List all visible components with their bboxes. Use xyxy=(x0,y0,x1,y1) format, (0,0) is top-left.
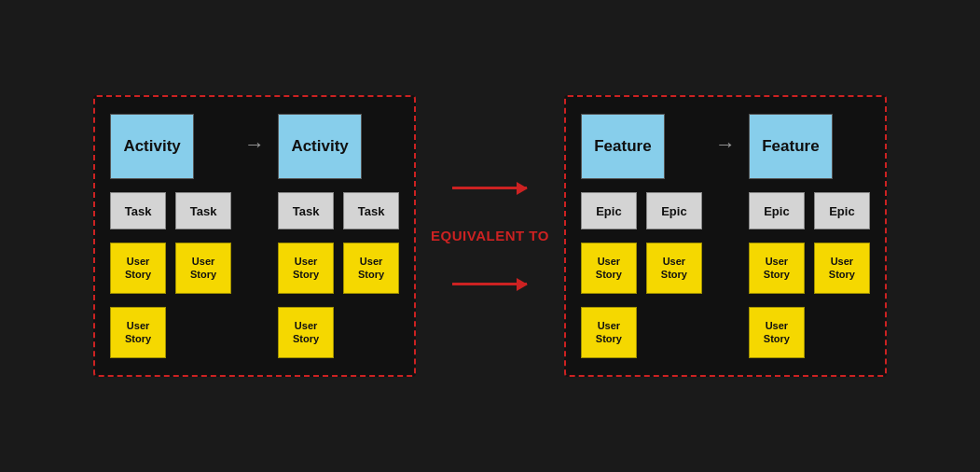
left-group2-col: Activity Task Task UserStory UserStory U… xyxy=(278,114,399,358)
activity-row: Activity Task Task UserStory UserStory U… xyxy=(110,114,399,358)
epic-box-2: Epic xyxy=(646,192,702,229)
feature-box-2: Feature xyxy=(749,114,833,179)
right-us-box-4: UserStory xyxy=(814,243,870,294)
left-diagram-box: Activity Task Task UserStory UserStory U… xyxy=(93,95,416,377)
right-group2-col: Feature Epic Epic UserStory UserStory Us… xyxy=(749,114,870,358)
epic-box-1: Epic xyxy=(581,192,637,229)
equivalent-label: EQUIVALENT TO xyxy=(431,227,549,245)
main-container: Activity Task Task UserStory UserStory U… xyxy=(0,0,980,472)
right-us-row-4: UserStory xyxy=(749,307,870,358)
us-row-1: UserStory UserStory xyxy=(110,243,231,294)
us-box-1: UserStory xyxy=(110,243,166,294)
right-us-box-2: UserStory xyxy=(646,243,702,294)
activity-box-1: Activity xyxy=(110,114,194,179)
bottom-arrow-row xyxy=(452,283,527,285)
task-box-3: Task xyxy=(278,192,334,229)
epic-row-2: Epic Epic xyxy=(749,192,870,229)
us-row-2: UserStory xyxy=(110,307,231,358)
us-box-3: UserStory xyxy=(278,243,334,294)
activity-box-2: Activity xyxy=(278,114,362,179)
top-arrow-line xyxy=(452,187,527,189)
right-us-row-2: UserStory xyxy=(581,307,702,358)
bottom-arrow-line xyxy=(452,283,527,285)
right-us-box-5: UserStory xyxy=(581,307,637,358)
epic-row-1: Epic Epic xyxy=(581,192,702,229)
us-row-4: UserStory xyxy=(278,307,399,358)
right-diagram-box: Feature Epic Epic UserStory UserStory Us… xyxy=(564,95,887,377)
right-us-row-3: UserStory UserStory xyxy=(749,243,870,294)
task-box-1: Task xyxy=(110,192,166,229)
right-us-box-3: UserStory xyxy=(749,243,805,294)
task-box-4: Task xyxy=(343,192,399,229)
us-row-3: UserStory UserStory xyxy=(278,243,399,294)
right-group1-col: Feature Epic Epic UserStory UserStory Us… xyxy=(581,114,702,358)
middle-area: EQUIVALENT TO xyxy=(416,187,564,285)
us-box-5: UserStory xyxy=(110,307,166,358)
task-box-2: Task xyxy=(175,192,231,229)
us-box-6: UserStory xyxy=(278,307,334,358)
task-row-1: Task Task xyxy=(110,192,231,229)
task-row-2: Task Task xyxy=(278,192,399,229)
epic-box-3: Epic xyxy=(749,192,805,229)
left-arrow: → xyxy=(241,114,269,157)
right-us-box-1: UserStory xyxy=(581,243,637,294)
right-us-row-1: UserStory UserStory xyxy=(581,243,702,294)
epic-box-4: Epic xyxy=(814,192,870,229)
left-group1-col: Activity Task Task UserStory UserStory U… xyxy=(110,114,231,358)
us-box-2: UserStory xyxy=(175,243,231,294)
right-arrow: → xyxy=(711,114,739,157)
top-arrow-row xyxy=(452,187,527,189)
us-box-4: UserStory xyxy=(343,243,399,294)
feature-box-1: Feature xyxy=(581,114,665,179)
right-us-box-6: UserStory xyxy=(749,307,805,358)
feature-row: Feature Epic Epic UserStory UserStory Us… xyxy=(581,114,870,358)
